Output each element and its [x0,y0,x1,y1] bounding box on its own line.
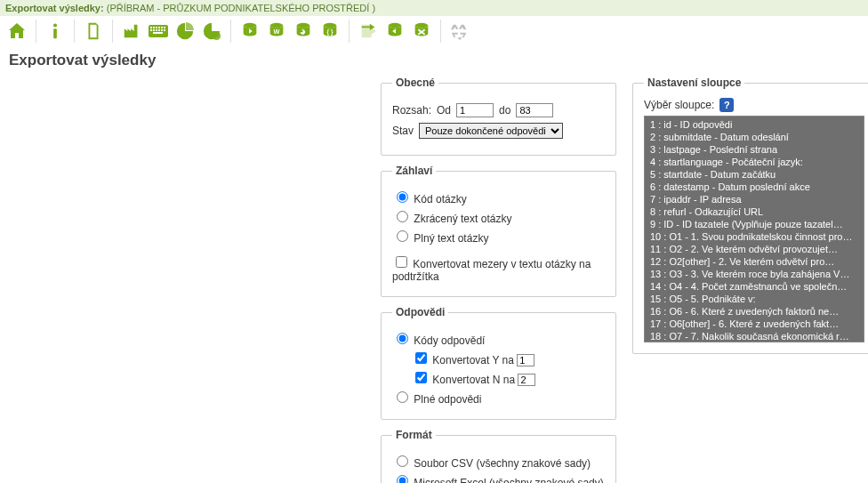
answers-codes-radio[interactable] [397,333,408,344]
answers-fieldset: Odpovědi Kódy odpovědí Konvertovat Y na … [381,306,616,420]
column-option[interactable]: 10 : O1 - 1. Svou podnikatelskou činnost… [645,230,864,243]
state-select[interactable]: Pouze dokončené odpovědi [419,123,563,139]
column-option[interactable]: 7 : ipaddr - IP adresa [645,193,864,205]
general-legend: Obecné [392,76,438,89]
column-option[interactable]: 4 : startlanguage - Počáteční jazyk: [645,156,864,168]
column-option[interactable]: 11 : O2 - 2. Ve kterém odvětví provozuje… [645,243,864,255]
format-fieldset: Formát Soubor CSV (všechny znakové sady)… [381,429,616,483]
columns-listbox[interactable]: 1 : id - ID odpovědi2 : submitdate - Dat… [644,116,864,342]
database-refresh-icon[interactable] [292,20,315,43]
svg-point-16 [213,32,221,40]
help-icon[interactable]: ? [719,98,734,112]
range-to-input[interactable] [516,103,553,117]
svg-rect-14 [164,29,165,31]
column-option[interactable]: 8 : refurl - Odkazující URL [645,205,864,218]
svg-point-21 [324,23,337,28]
format-xls-radio[interactable] [397,475,408,483]
database-code-icon[interactable]: { } [318,20,342,43]
svg-rect-8 [164,27,165,28]
toolbar-divider [440,20,441,43]
columns-select-label: Výběr sloupce: [644,99,714,111]
column-option[interactable]: 1 : id - ID odpovědi [645,118,864,131]
svg-point-23 [389,23,402,28]
svg-rect-7 [161,27,163,28]
convert-y-input[interactable] [517,354,534,366]
column-option[interactable]: 5 : startdate - Datum začátku [645,168,864,181]
svg-rect-11 [156,29,157,31]
answers-full-radio[interactable] [397,391,408,403]
header-full-label: Plný text otázky [414,232,488,245]
database-delete-icon[interactable] [410,20,433,43]
import-icon[interactable] [357,20,380,43]
svg-rect-1 [53,28,57,38]
answers-codes-label: Kódy odpovědí [414,334,485,347]
format-csv-radio[interactable] [397,455,408,467]
column-option[interactable]: 18 : O7 - 7. Nakolik současná ekonomická… [645,330,864,342]
svg-text:{ }: { } [327,28,334,36]
factory-icon[interactable] [120,20,143,43]
header-convert-label: Konvertovat mezery v textu otázky na pod… [392,258,591,283]
svg-rect-5 [156,27,157,28]
page-title: Exportovat výsledky [9,52,868,69]
convert-n-input[interactable] [518,374,535,386]
header-legend: Záhlaví [392,165,436,177]
column-option[interactable]: 12 : O2[other] - 2. Ve kterém odvětví pr… [645,255,864,268]
general-fieldset: Obecné Rozsah: Od do Stav Pouze dokončen… [381,76,616,156]
column-option[interactable]: 16 : O6 - 6. Které z uvedených faktorů n… [645,305,864,318]
database-word-icon[interactable]: W [265,20,288,43]
columns-legend: Nastavení sloupce [644,76,744,89]
columns-fieldset: Nastavení sloupce Výběr sloupce: ? 1 : i… [632,76,868,354]
column-option[interactable]: 17 : O6[other] - 6. Které z uvedených fa… [645,318,864,330]
header-convert-check[interactable] [396,256,407,268]
toolbar-divider [349,20,350,43]
keyboard-icon[interactable] [147,20,170,43]
column-option[interactable]: 13 : O3 - 3. Ve kterém roce byla zahájen… [645,268,864,280]
svg-rect-13 [161,29,163,31]
breadcrumb-bar: Exportovat výsledky: (PŘÍBRAM - PRŮZKUM … [0,0,868,16]
state-label: Stav [392,125,414,137]
main-content: Obecné Rozsah: Od do Stav Pouze dokončen… [0,76,868,483]
header-short-radio[interactable] [397,211,408,222]
pie-chart-icon[interactable] [173,20,197,43]
header-code-label: Kód otázky [414,193,466,205]
header-short-label: Zkrácený text otázky [414,213,511,225]
header-full-radio[interactable] [397,230,408,242]
svg-rect-15 [153,32,163,34]
column-option[interactable]: 14 : O4 - 4. Počet zaměstnanců ve společ… [645,280,864,293]
column-option[interactable]: 2 : submitdate - Datum odeslání [645,131,864,143]
recycle-icon[interactable] [448,20,471,43]
convert-y-check[interactable] [415,352,427,364]
to-label: do [499,104,510,117]
range-label: Rozsah: [392,104,431,117]
format-legend: Formát [392,429,436,441]
svg-rect-10 [153,29,155,31]
svg-point-20 [297,23,310,28]
convert-n-check[interactable] [415,372,427,383]
svg-point-0 [53,24,57,28]
pie-chart-settings-icon[interactable] [200,20,223,43]
breadcrumb-title: Exportovat výsledky: [5,3,104,13]
database-export-icon[interactable] [238,20,261,43]
column-option[interactable]: 6 : datestamp - Datum poslední akce [645,181,864,193]
toolbar-divider [112,20,113,43]
toolbar: W { } [0,16,868,46]
column-option[interactable]: 9 : ID - ID tazatele (Vyplňuje pouze taz… [645,218,864,230]
svg-text:W: W [274,28,280,36]
from-label: Od [437,104,451,117]
column-option[interactable]: 15 : O5 - 5. Podnikáte v: [645,293,864,305]
column-option[interactable]: 3 : lastpage - Poslední strana [645,143,864,156]
info-icon[interactable] [44,20,67,43]
svg-rect-4 [153,27,155,28]
home-icon[interactable] [5,20,28,43]
svg-point-17 [244,23,257,28]
database-import-icon[interactable] [383,20,406,43]
svg-rect-12 [158,29,160,31]
header-fieldset: Záhlaví Kód otázky Zkrácený text otázky … [381,165,616,297]
format-xls-label: Microsoft Excel (všechny znakové sady) [414,477,603,483]
header-code-radio[interactable] [397,191,408,203]
svg-rect-6 [158,27,160,28]
convert-n-label: Konvertovat N na [432,374,515,386]
range-from-input[interactable] [456,103,494,117]
document-icon[interactable] [82,20,105,43]
answers-legend: Odpovědi [392,306,448,318]
